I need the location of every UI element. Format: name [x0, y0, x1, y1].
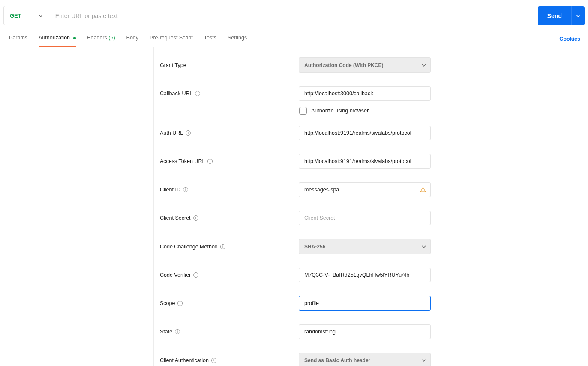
send-button-group: Send [538, 6, 585, 25]
method-url-container: GET [3, 6, 534, 25]
tab-headers-count: (6) [108, 35, 115, 41]
client-id-input-box [299, 182, 431, 197]
code-challenge-row: Code Challenge Method i SHA-256 [160, 239, 431, 254]
state-row: State i [160, 324, 431, 339]
tab-headers-label: Headers [87, 35, 107, 41]
client-auth-value: Send as Basic Auth header [304, 357, 370, 363]
tab-body[interactable]: Body [121, 31, 144, 47]
code-verifier-input-box [299, 268, 431, 282]
client-id-row: Client ID i [160, 182, 431, 197]
code-challenge-select[interactable]: SHA-256 [299, 239, 431, 254]
code-verifier-label: Code Verifier i [160, 272, 299, 278]
chevron-down-icon [422, 359, 426, 362]
info-icon: i [193, 272, 198, 278]
client-secret-input[interactable] [299, 215, 430, 221]
http-method-label: GET [10, 12, 21, 19]
tab-headers[interactable]: Headers (6) [81, 31, 121, 47]
access-token-url-row: Access Token URL i [160, 154, 431, 169]
code-challenge-label: Code Challenge Method i [160, 244, 299, 250]
svg-point-1 [423, 191, 423, 191]
tab-authorization[interactable]: Authorization [33, 31, 81, 47]
url-bar: GET Send [0, 0, 588, 31]
send-dropdown-button[interactable] [571, 6, 585, 25]
info-icon: i [183, 187, 188, 192]
cookies-link[interactable]: Cookies [559, 36, 585, 42]
grant-type-row: Grant Type Authorization Code (With PKCE… [160, 57, 431, 73]
client-id-label: Client ID i [160, 187, 299, 193]
auth-url-input-box [299, 126, 431, 140]
scope-label: Scope i [160, 300, 299, 306]
client-secret-label: Client Secret i [160, 215, 299, 221]
scope-input-box [299, 296, 431, 311]
client-auth-select[interactable]: Send as Basic Auth header [299, 353, 431, 366]
oauth2-config-form: Grant Type Authorization Code (With PKCE… [154, 47, 437, 366]
scope-input[interactable] [299, 300, 430, 306]
chevron-down-icon [39, 15, 43, 17]
tab-authorization-label: Authorization [39, 35, 70, 41]
client-id-input[interactable] [299, 187, 430, 193]
code-challenge-value: SHA-256 [304, 244, 325, 250]
authorize-browser-label: Authorize using browser [311, 108, 369, 114]
info-icon: i [220, 244, 225, 249]
tab-params[interactable]: Params [3, 31, 33, 47]
state-input[interactable] [299, 329, 430, 335]
chevron-down-icon [576, 15, 580, 17]
client-auth-row: Client Authentication i Send as Basic Au… [160, 353, 431, 366]
grant-type-select[interactable]: Authorization Code (With PKCE) [299, 57, 431, 73]
client-auth-label: Client Authentication i [160, 357, 299, 363]
tab-pre-request-script[interactable]: Pre-request Script [144, 31, 198, 47]
authorize-browser-row: Authorize using browser [160, 107, 431, 115]
request-tabs: Params Authorization Headers (6) Body Pr… [0, 31, 588, 47]
info-icon: i [195, 91, 200, 96]
grant-type-value: Authorization Code (With PKCE) [304, 62, 384, 68]
code-verifier-row: Code Verifier i [160, 268, 431, 282]
auth-url-input[interactable] [299, 130, 430, 136]
access-token-url-input-box [299, 154, 431, 169]
state-label: State i [160, 329, 299, 335]
info-icon: i [186, 130, 191, 136]
url-input[interactable] [49, 6, 534, 25]
access-token-url-label: Access Token URL i [160, 158, 299, 164]
tab-settings[interactable]: Settings [222, 31, 252, 47]
callback-url-input[interactable] [299, 91, 430, 97]
client-secret-input-box [299, 211, 431, 225]
info-icon: i [177, 301, 183, 306]
info-icon: i [211, 358, 216, 363]
send-button[interactable]: Send [538, 6, 571, 25]
code-verifier-input[interactable] [299, 272, 430, 278]
grant-type-label: Grant Type [160, 62, 299, 68]
info-icon: i [175, 329, 180, 334]
auth-url-label: Auth URL i [160, 130, 299, 136]
callback-url-row: Callback URL i [160, 86, 431, 101]
chevron-down-icon [422, 64, 426, 67]
callback-url-input-box [299, 86, 431, 101]
callback-url-label: Callback URL i [160, 91, 299, 97]
http-method-select[interactable]: GET [4, 6, 49, 25]
client-secret-row: Client Secret i [160, 211, 431, 225]
tab-tests[interactable]: Tests [198, 31, 222, 47]
access-token-url-input[interactable] [299, 158, 430, 164]
scope-row: Scope i [160, 296, 431, 311]
status-dot-icon [73, 37, 76, 39]
state-input-box [299, 324, 431, 339]
authorization-form-area: Grant Type Authorization Code (With PKCE… [0, 47, 588, 366]
authorize-browser-checkbox[interactable] [299, 107, 307, 115]
left-panel [0, 47, 154, 366]
info-icon: i [193, 215, 198, 221]
warning-icon [420, 187, 426, 193]
auth-url-row: Auth URL i [160, 126, 431, 140]
info-icon: i [207, 159, 213, 164]
chevron-down-icon [422, 245, 426, 248]
